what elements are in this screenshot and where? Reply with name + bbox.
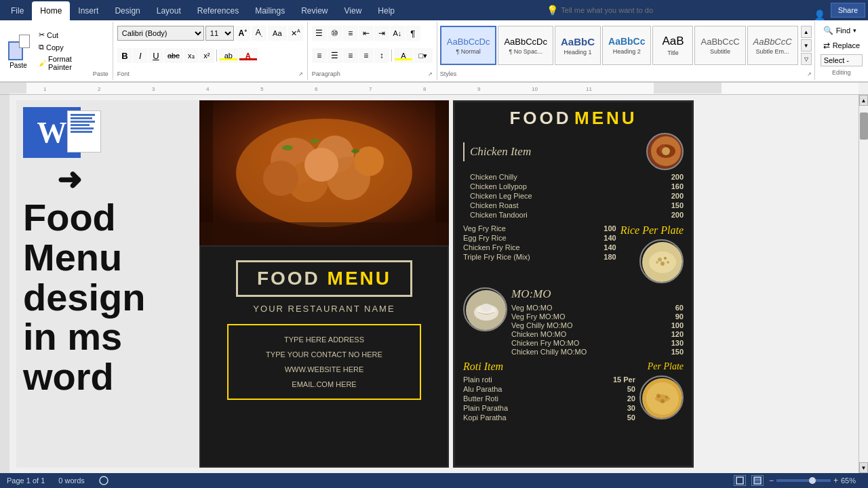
address-box: TYPE HERE ADDRESS TYPE YOUR CONTACT NO H… [227,324,420,400]
address-line3: WWW.WEBSITE HERE [239,362,409,377]
font-color-button[interactable]: A [239,48,258,63]
roti-item-5: Kopi Paratha 50 [463,413,635,422]
select-button[interactable]: Select - [821,54,863,66]
tab-insert[interactable]: Insert [70,1,106,20]
lightbulb-icon: 💡 [547,5,558,16]
svg-text:1: 1 [43,86,47,92]
strikethrough-button[interactable]: abc [164,48,183,63]
food-bottom-menu-panel: FOOD MENU YOUR RESTAURANT NAME TYPE HERE… [199,245,449,468]
subscript-button[interactable]: x₂ [184,48,199,63]
svg-text:5: 5 [260,86,264,92]
scissors-icon: ✂ [39,30,45,39]
style-heading2[interactable]: AaBbCc Heading 2 [602,26,651,65]
decrease-indent-button[interactable]: ⇤ [359,26,374,41]
print-layout-view-button[interactable] [734,475,746,486]
font-size-select[interactable]: 11 [205,26,234,41]
svg-rect-1 [9,83,26,94]
superscript-button[interactable]: x² [199,48,214,63]
zoom-in-button[interactable]: + [833,476,838,485]
food-content-area: FOOD MENU YOUR RESTAURANT NAME TYPE HERE… [199,100,852,468]
decrease-font-button[interactable]: A- [252,26,267,41]
svg-text:3: 3 [152,86,155,92]
style-title[interactable]: AaB Title [652,26,693,65]
align-center-button[interactable]: ☰ [328,48,342,63]
clear-formatting-button[interactable]: ✕A [288,26,303,41]
word-w-letter: W [37,115,67,150]
align-right-button[interactable]: ≡ [343,48,358,63]
styles-expand[interactable]: ▽ [801,53,812,65]
word-document-icon [67,110,101,152]
zoom-slider[interactable] [776,479,831,482]
paste-button[interactable]: Paste [3,23,34,79]
style-heading1[interactable]: AaBbC Heading 1 [555,26,601,65]
find-button[interactable]: 🔍 Find ▾ [821,24,863,37]
svg-point-35 [658,258,662,262]
italic-button[interactable]: I [133,48,148,63]
style-no-spacing-preview: AaBbCcDc [504,37,547,47]
accessibility-icon[interactable] [98,475,109,486]
increase-indent-button[interactable]: ⇥ [374,26,389,41]
line-spacing-button[interactable]: ↕ [374,48,389,63]
multilevel-button[interactable]: ≡ [343,26,358,41]
styles-scroll-down[interactable]: ▼ [801,39,812,52]
copy-button[interactable]: ⧉ Copy [37,42,89,52]
increase-font-button[interactable]: A+ [235,26,250,41]
right-scrollbar[interactable]: ▲ ▼ [859,95,868,473]
tab-home[interactable]: Home [32,1,70,20]
web-layout-view-button[interactable] [751,475,764,486]
svg-rect-28 [199,222,449,245]
chicken-section: Chicken Item [463,133,684,220]
bold-button[interactable]: B [117,48,132,63]
style-normal[interactable]: AaBbCcDc ¶ Normal [440,26,497,65]
menu-panel: FOOD MENU Chicken Item [453,100,694,468]
style-subtitle[interactable]: AaBbCcC Subtitle [694,26,745,65]
justify-button[interactable]: ≡ [359,48,374,63]
tab-mailings[interactable]: Mailings [247,1,293,20]
styles-group: AaBbCcDc ¶ Normal AaBbCcDc ¶ No Spac... … [437,22,815,80]
rice-item-4: Triple Fry Rice (Mix) 180 [463,253,616,261]
shading-button[interactable]: A [394,48,413,63]
address-line2: TYPE YOUR CONTACT NO HERE [239,347,409,362]
style-subtle-em-preview: AaBbCcC [753,37,792,47]
left-margin-bar [0,95,9,473]
style-subtitle-preview: AaBbCcC [701,37,739,47]
tab-layout[interactable]: Layout [149,1,189,20]
style-title-preview: AaB [662,35,684,48]
chicken-item-5: Chicken Tandoori 200 [470,211,684,219]
style-subtle-em[interactable]: AaBbCcC Subtle Em... [747,26,798,65]
share-button[interactable]: Share [831,3,865,18]
styles-scroll-up[interactable]: ▲ [801,26,812,38]
scroll-down-button[interactable]: ▼ [859,462,868,473]
tab-help[interactable]: Help [370,1,403,20]
scroll-up-button[interactable]: ▲ [859,95,868,106]
bullets-button[interactable]: ☰ [312,26,327,41]
clipboard-group-label: Paste [92,70,110,77]
cut-button[interactable]: ✂ Cut [37,30,89,40]
scroll-thumb[interactable] [860,113,868,140]
tab-references[interactable]: References [189,1,247,20]
momo-item-6: Chicken Chilly MO:MO 150 [511,348,684,356]
format-painter-button[interactable]: 🖌 Format Painter [37,54,89,72]
svg-point-49 [660,399,665,403]
sort-button[interactable]: A↓ [390,26,405,41]
font-family-select[interactable]: Calibri (Body) [117,26,204,41]
numbering-button[interactable]: ⑩ [328,26,342,41]
tab-review[interactable]: Review [293,1,336,20]
food-menu-title: FOOD MENU [257,268,391,289]
tab-view[interactable]: View [336,1,370,20]
tab-file[interactable]: File [3,1,32,20]
search-input[interactable] [561,6,669,14]
style-no-spacing[interactable]: AaBbCcDc ¶ No Spac... [498,26,553,65]
borders-button[interactable]: □▾ [414,48,433,63]
text-highlight-button[interactable]: ab [219,48,238,63]
show-hide-button[interactable]: ¶ [406,26,420,41]
styles-group-label: Styles ↗ [440,70,812,79]
underline-button[interactable]: U [149,48,163,63]
replace-icon: ⇄ [823,41,830,50]
replace-button[interactable]: ⇄ Replace [821,39,863,52]
tab-design[interactable]: Design [106,1,148,20]
food-menu-title-box: FOOD MENU [236,260,412,297]
change-case-button[interactable]: Aa [268,26,287,41]
zoom-out-button[interactable]: − [769,476,774,485]
align-left-button[interactable]: ≡ [312,48,327,63]
